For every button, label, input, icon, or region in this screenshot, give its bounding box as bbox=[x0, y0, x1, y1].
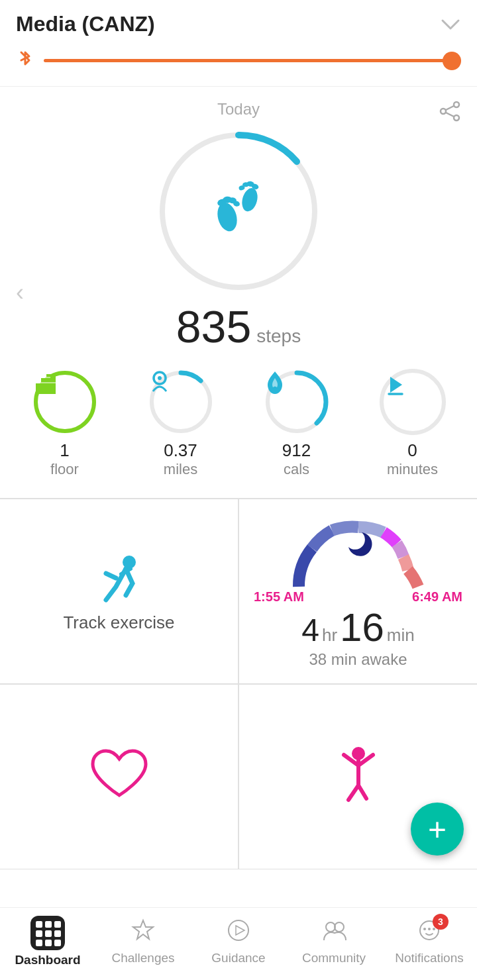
svg-point-39 bbox=[335, 922, 344, 932]
svg-point-1 bbox=[441, 109, 446, 114]
nav-community[interactable]: Community bbox=[286, 908, 382, 980]
svg-point-38 bbox=[326, 922, 335, 932]
challenges-icon bbox=[131, 918, 156, 948]
svg-line-4 bbox=[446, 113, 454, 117]
fab-button[interactable]: + bbox=[411, 803, 464, 856]
svg-point-42 bbox=[428, 928, 431, 930]
svg-rect-20 bbox=[36, 382, 56, 383]
stat-minutes[interactable]: 0 minutes bbox=[354, 369, 470, 478]
steps-circle: 835 steps bbox=[152, 125, 325, 369]
bluetooth-icon bbox=[16, 47, 34, 74]
notifications-badge: 3 bbox=[433, 914, 449, 930]
floors-value: 1 bbox=[60, 440, 69, 461]
cards-grid: Track exercise bbox=[0, 498, 477, 869]
exercise-label: Track exercise bbox=[63, 612, 174, 633]
community-icon bbox=[321, 918, 346, 948]
svg-point-24 bbox=[158, 376, 162, 380]
nav-challenges[interactable]: Challenges bbox=[95, 908, 191, 980]
heart-card[interactable] bbox=[0, 684, 238, 869]
minutes-unit: minutes bbox=[387, 461, 438, 478]
sleep-hours-label: hr bbox=[322, 625, 337, 646]
nav-guidance[interactable]: Guidance bbox=[191, 908, 286, 980]
prev-button[interactable]: ‹ bbox=[16, 279, 24, 307]
top-bar: Media (CANZ) bbox=[0, 0, 477, 43]
nav-notifications[interactable]: 3 Notifications bbox=[382, 908, 477, 980]
footprint-icon bbox=[202, 172, 275, 248]
moon-icon bbox=[342, 526, 375, 562]
sleep-awake: 38 min awake bbox=[309, 650, 407, 669]
nav-notifications-label: Notifications bbox=[395, 951, 464, 965]
exercise-card[interactable]: Track exercise bbox=[0, 499, 238, 684]
stat-miles[interactable]: 0.37 miles bbox=[123, 369, 238, 478]
svg-line-34 bbox=[358, 785, 366, 799]
nav-community-label: Community bbox=[302, 951, 366, 965]
activity-person-icon bbox=[332, 746, 385, 808]
sleep-minutes-label: min bbox=[387, 625, 415, 646]
stats-row: 1 floor bbox=[0, 369, 477, 491]
steps-display: 835 steps bbox=[176, 304, 301, 349]
minutes-value: 0 bbox=[407, 440, 417, 461]
volume-slider[interactable] bbox=[44, 59, 461, 62]
sleep-hours: 4 bbox=[301, 612, 319, 648]
bottom-nav: Dashboard Challenges Guidance Co bbox=[0, 907, 477, 980]
nav-challenges-label: Challenges bbox=[111, 951, 174, 965]
cals-unit: cals bbox=[284, 461, 309, 478]
sleep-arc bbox=[286, 514, 431, 587]
svg-point-0 bbox=[454, 102, 459, 107]
svg-line-3 bbox=[446, 106, 454, 110]
sleep-card[interactable]: 1:55 AM 6:49 AM 4 hr 16 min 38 min awake bbox=[238, 499, 477, 684]
heart-icon bbox=[86, 746, 152, 808]
nav-guidance-label: Guidance bbox=[211, 951, 265, 965]
activity-card[interactable]: + bbox=[238, 684, 477, 869]
floors-unit: floor bbox=[50, 461, 79, 478]
miles-value: 0.37 bbox=[164, 440, 197, 461]
svg-point-11 bbox=[240, 186, 260, 213]
svg-marker-35 bbox=[133, 920, 153, 939]
svg-line-33 bbox=[348, 785, 358, 800]
svg-point-28 bbox=[123, 556, 136, 569]
svg-point-2 bbox=[454, 115, 459, 121]
volume-bar bbox=[0, 43, 477, 87]
nav-dashboard-label: Dashboard bbox=[15, 953, 80, 967]
steps-label: steps bbox=[256, 326, 301, 347]
slider-thumb[interactable] bbox=[443, 52, 461, 70]
chevron-down-icon[interactable] bbox=[440, 14, 461, 35]
today-section: Today ‹ bbox=[0, 87, 477, 498]
svg-marker-26 bbox=[390, 377, 402, 393]
steps-count: 835 bbox=[176, 304, 251, 349]
dashboard-icon bbox=[30, 916, 65, 950]
svg-marker-37 bbox=[236, 926, 244, 935]
cals-value: 912 bbox=[282, 440, 311, 461]
stat-cals[interactable]: 912 cals bbox=[238, 369, 354, 478]
stat-floors[interactable]: 1 floor bbox=[7, 369, 123, 478]
today-label: Today bbox=[217, 100, 260, 119]
share-button[interactable] bbox=[439, 100, 461, 127]
notifications-icon: 3 bbox=[417, 918, 442, 948]
svg-point-41 bbox=[423, 928, 426, 930]
svg-rect-21 bbox=[36, 377, 50, 378]
nav-dashboard[interactable]: Dashboard bbox=[0, 908, 95, 980]
exercise-icon bbox=[89, 550, 149, 612]
sleep-duration: 4 hr 16 min bbox=[301, 605, 414, 650]
sleep-minutes: 16 bbox=[340, 605, 384, 650]
page-title: Media (CANZ) bbox=[16, 12, 155, 36]
guidance-icon bbox=[226, 918, 251, 948]
miles-unit: miles bbox=[164, 461, 197, 478]
